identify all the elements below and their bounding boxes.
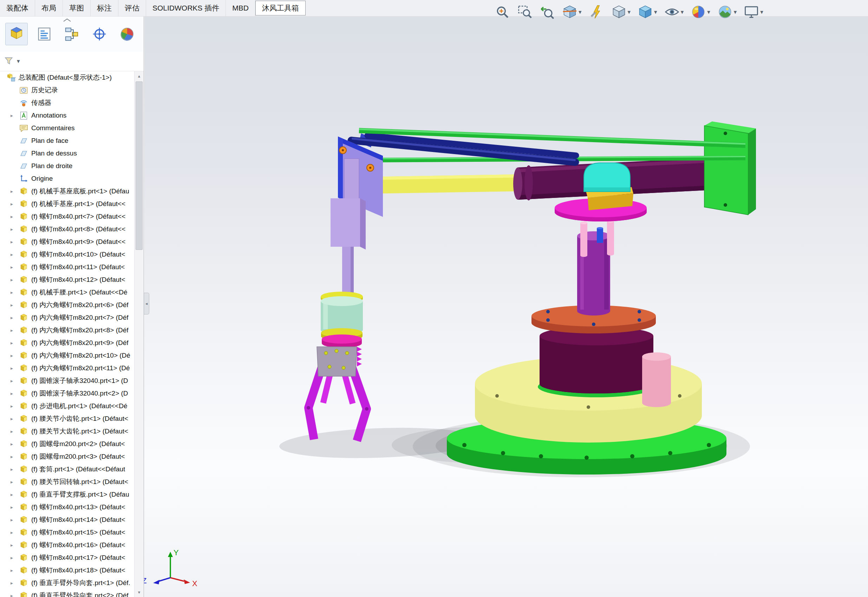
featuremanager-tree-tab[interactable] — [5, 23, 28, 45]
expand-arrow-icon[interactable]: ▸ — [10, 441, 19, 447]
tree-scrollbar[interactable]: ▴ ▾ — [134, 71, 144, 597]
expand-arrow-icon[interactable]: ▸ — [10, 189, 19, 194]
expand-arrow-icon[interactable]: ▸ — [10, 290, 19, 295]
tree-item[interactable]: ▸(f) 螺钉m8x40.prt<18> (Défaut< — [0, 564, 134, 577]
expand-arrow-icon[interactable]: ▸ — [10, 391, 19, 396]
view-settings-button[interactable]: ▾ — [744, 4, 763, 20]
tree-item[interactable]: ▸(f) 圆螺母m200.prt<2> (Défaut< — [0, 438, 134, 450]
displaymanager-tab[interactable] — [116, 23, 138, 45]
end-plate[interactable] — [704, 122, 756, 215]
section-view-button[interactable]: ▾ — [562, 4, 582, 20]
tree-item[interactable]: Plan de face — [0, 134, 134, 147]
expand-arrow-icon[interactable]: ▸ — [10, 530, 19, 535]
propertymanager-tab[interactable] — [33, 23, 55, 45]
expand-arrow-icon[interactable]: ▸ — [10, 403, 19, 409]
wrist-stack[interactable] — [321, 292, 363, 348]
dimxpertmanager-tab[interactable] — [88, 23, 111, 45]
slide-saddle[interactable] — [584, 163, 630, 192]
tree-item[interactable]: ▸(f) 螺钉m8x40.prt<11> (Défaut< — [0, 261, 134, 273]
tree-item[interactable]: ▸(f) 螺钉m8x40.prt<14> (Défaut< — [0, 514, 134, 526]
tree-item[interactable]: ▸(f) 机械手基座.prt<1> (Défaut<< — [0, 198, 134, 210]
tree-item[interactable]: ▸(f) 腰关节回转轴.prt<1> (Défaut< — [0, 475, 134, 488]
tree-item[interactable]: Plan de dessus — [0, 147, 134, 160]
zoom-to-fit-button[interactable] — [494, 4, 510, 20]
expand-arrow-icon[interactable]: ▸ — [10, 201, 19, 207]
tree-item[interactable]: ▸(f) 机械手基座底板.prt<1> (Défau — [0, 185, 134, 198]
expand-arrow-icon[interactable]: ▸ — [10, 580, 19, 586]
filter-dropdown-arrow-icon[interactable]: ▾ — [17, 58, 20, 64]
tree-item[interactable]: ▸(f) 垂直手臂支撑板.prt<1> (Défau — [0, 488, 134, 501]
expand-arrow-icon[interactable]: ▸ — [10, 555, 19, 560]
tree-item[interactable]: ▸(f) 腰关节大齿轮.prt<1> (Défaut< — [0, 425, 134, 438]
dynamic-annotation-views-button[interactable] — [589, 4, 604, 20]
dropdown-arrow-icon[interactable]: ▾ — [579, 9, 582, 15]
tree-item[interactable]: ▸(f) 腰关节小齿轮.prt<1> (Défaut< — [0, 412, 134, 425]
expand-arrow-icon[interactable]: ▸ — [10, 264, 19, 270]
tree-item[interactable]: ▸(f) 螺钉m8x40.prt<13> (Défaut< — [0, 501, 134, 514]
tree-item[interactable]: 历史记录 — [0, 84, 134, 97]
tree-item[interactable]: Commentaires — [0, 122, 134, 134]
dropdown-arrow-icon[interactable]: ▾ — [707, 9, 710, 15]
tree-item[interactable]: 总装配图 (Défaut<显示状态-1>) — [0, 71, 134, 84]
side-cylinder[interactable] — [642, 352, 671, 407]
waist-column[interactable] — [577, 220, 614, 316]
expand-arrow-icon[interactable]: ▸ — [10, 517, 19, 523]
tree-item[interactable]: ▸(f) 螺钉m8x40.prt<12> (Défaut< — [0, 273, 134, 286]
tree-item[interactable]: ▸Annotations — [0, 109, 134, 122]
tree-item[interactable]: ▸(f) 内六角螺钉m8x20.prt<10> (Dé — [0, 349, 134, 362]
tree-item[interactable]: ▸(f) 螺钉m8x40.prt<15> (Défaut< — [0, 526, 134, 539]
expand-arrow-icon[interactable]: ▸ — [10, 302, 19, 308]
zoom-to-area-button[interactable] — [517, 4, 533, 20]
tree-item[interactable]: ▸(f) 圆锥滚子轴承32040.prt<2> (D — [0, 387, 134, 400]
gripper[interactable] — [307, 347, 368, 441]
expand-arrow-icon[interactable]: ▸ — [10, 113, 19, 118]
dropdown-arrow-icon[interactable]: ▾ — [734, 9, 737, 15]
tree-item[interactable]: ▸(f) 内六角螺钉m8x20.prt<9> (Déf — [0, 337, 134, 349]
scrollbar-up-button[interactable]: ▴ — [134, 71, 144, 81]
expand-arrow-icon[interactable]: ▸ — [10, 277, 19, 282]
expand-arrow-icon[interactable]: ▸ — [10, 252, 19, 257]
tree-item[interactable]: Origine — [0, 172, 134, 185]
expand-arrow-icon[interactable]: ▸ — [10, 466, 19, 472]
guide-rails[interactable] — [351, 129, 745, 162]
expand-arrow-icon[interactable]: ▸ — [10, 239, 19, 245]
tree-item[interactable]: ▸(f) 螺钉m8x40.prt<9> (Défaut<< — [0, 236, 134, 248]
previous-view-button[interactable] — [540, 4, 555, 20]
tree-item[interactable]: ▸(f) 内六角螺钉m8x20.prt<7> (Déf — [0, 311, 134, 324]
apply-scene-button[interactable]: ▾ — [717, 4, 737, 20]
expand-arrow-icon[interactable]: ▸ — [10, 429, 19, 434]
filter-icon[interactable] — [3, 55, 15, 67]
scrollbar-down-button[interactable]: ▾ — [134, 588, 144, 597]
tree-item[interactable]: ▸(f) 垂直手臂外导向套.prt<2> (Déf — [0, 589, 134, 597]
tree-item[interactable]: ▸(f) 机械手腰.prt<1> (Défaut<<Dé — [0, 286, 134, 298]
tree-item[interactable]: ▸(f) 圆螺母m200.prt<3> (Défaut< — [0, 450, 134, 463]
expand-arrow-icon[interactable]: ▸ — [10, 479, 19, 485]
tree-item[interactable]: ▸(f) 螺钉m8x40.prt<10> (Défaut< — [0, 248, 134, 261]
hide-show-items-button[interactable]: ▾ — [664, 4, 684, 20]
tree-item[interactable]: 传感器 — [0, 97, 134, 109]
tree-item[interactable]: ▸(f) 垂直手臂外导向套.prt<1> (Déf. — [0, 577, 134, 589]
expand-arrow-icon[interactable]: ▸ — [10, 492, 19, 498]
dropdown-arrow-icon[interactable]: ▾ — [760, 9, 763, 15]
tree-item[interactable]: Plan de droite — [0, 160, 134, 172]
tree-item[interactable]: ▸(f) 内六角螺钉m8x20.prt<11> (Dé — [0, 362, 134, 374]
dropdown-arrow-icon[interactable]: ▾ — [628, 9, 631, 15]
expand-arrow-icon[interactable]: ▸ — [10, 327, 19, 333]
tree-item[interactable]: ▸(f) 螺钉m8x40.prt<7> (Défaut<< — [0, 210, 134, 223]
tree-item[interactable]: ▸(f) 螺钉m8x40.prt<16> (Défaut< — [0, 539, 134, 551]
expand-arrow-icon[interactable]: ▸ — [10, 353, 19, 358]
panel-splitter[interactable]: ◂ — [144, 293, 149, 315]
edit-appearance-button[interactable]: ▾ — [691, 4, 710, 20]
dropdown-arrow-icon[interactable]: ▾ — [654, 9, 657, 15]
expand-arrow-icon[interactable]: ▸ — [10, 365, 19, 371]
expand-arrow-icon[interactable]: ▸ — [10, 542, 19, 548]
waist-housing[interactable] — [538, 327, 655, 397]
expand-arrow-icon[interactable]: ▸ — [10, 567, 19, 573]
tree-item[interactable]: ▸(f) 内六角螺钉m8x20.prt<8> (Déf — [0, 324, 134, 337]
commandmanager-collapse-chevron-icon[interactable] — [63, 18, 71, 22]
expand-arrow-icon[interactable]: ▸ — [10, 214, 19, 219]
tree-item[interactable]: ▸(f) 螺钉m8x40.prt<17> (Défaut< — [0, 551, 134, 564]
piston-rod[interactable] — [363, 174, 517, 194]
expand-arrow-icon[interactable]: ▸ — [10, 315, 19, 321]
tree-item[interactable]: ▸(f) 螺钉m8x40.prt<8> (Défaut<< — [0, 223, 134, 236]
